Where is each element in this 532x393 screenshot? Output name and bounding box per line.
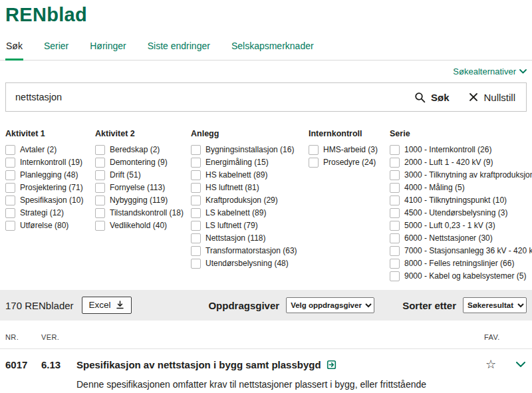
filter-checkbox-item[interactable]: Beredskap (2) xyxy=(95,145,191,155)
tab-selskapsmerknader[interactable]: Selskapsmerknader xyxy=(231,37,315,61)
checkbox-icon[interactable] xyxy=(191,158,201,168)
filter-checkbox-item[interactable]: Energimåling (15) xyxy=(191,158,309,168)
checkbox-icon[interactable] xyxy=(390,233,400,243)
filter-checkbox-item[interactable]: Tilstandskontroll (18) xyxy=(95,208,191,218)
checkbox-icon[interactable] xyxy=(390,196,400,205)
filter-checkbox-item[interactable]: 8000 - Felles retningslinjer (66) xyxy=(390,259,527,269)
filter-checkbox-item[interactable]: HMS-arbeid (3) xyxy=(309,145,390,155)
filter-checkbox-item[interactable]: 6000 - Nettstasjoner (30) xyxy=(390,233,527,243)
app-logo[interactable]: RENblad xyxy=(0,0,92,33)
filter-checkbox-item[interactable]: 9000 - Kabel og kabelsystemer (5) xyxy=(390,271,527,281)
checkbox-icon[interactable] xyxy=(309,158,319,168)
tab-sok[interactable]: Søk xyxy=(5,37,23,61)
filter-checkbox-item[interactable]: Planlegging (48) xyxy=(5,170,95,180)
checkbox-icon[interactable] xyxy=(95,183,105,193)
checkbox-icon[interactable] xyxy=(191,246,201,256)
checkbox-icon[interactable] xyxy=(390,145,400,155)
checkbox-icon[interactable] xyxy=(191,183,201,193)
filter-checkbox-item[interactable]: Strategi (12) xyxy=(5,208,95,218)
reset-button[interactable]: Nullstill xyxy=(469,92,515,103)
filter-checkbox-item[interactable]: Utførelse (80) xyxy=(5,221,95,231)
checkbox-icon[interactable] xyxy=(191,170,201,180)
filter-checkbox-item[interactable]: 4100 - Tilknytningspunkt (10) xyxy=(390,196,527,205)
filter-checkbox-item[interactable]: Bygningsinstallasjon (16) xyxy=(191,145,309,155)
filter-label: Vedlikehold (40) xyxy=(110,221,167,231)
checkbox-icon[interactable] xyxy=(95,145,105,155)
filter-checkbox-item[interactable]: Internkontroll (19) xyxy=(5,158,95,168)
checkbox-icon[interactable] xyxy=(390,183,400,193)
filter-checkbox-item[interactable]: Prosedyre (24) xyxy=(309,158,390,168)
filter-checkbox-item[interactable]: 1000 - Internkontroll (26) xyxy=(390,145,527,155)
filter-label: Transformatorstasjon (63) xyxy=(205,246,297,256)
filter-checkbox-item[interactable]: 4000 - Måling (5) xyxy=(390,183,527,193)
filter-checkbox-item[interactable]: Kraftproduksjon (29) xyxy=(191,196,309,205)
tab-serier[interactable]: Serier xyxy=(43,37,69,61)
filter-label: 1000 - Internkontroll (26) xyxy=(404,145,491,155)
excel-export-button[interactable]: Excel xyxy=(82,297,132,314)
checkbox-icon[interactable] xyxy=(5,208,15,218)
checkbox-icon[interactable] xyxy=(95,196,105,205)
checkbox-icon[interactable] xyxy=(390,271,400,281)
filter-checkbox-item[interactable]: LS kabelnett (89) xyxy=(191,208,309,218)
search-options-toggle[interactable]: Søkealternativer xyxy=(453,66,527,76)
checkbox-icon[interactable] xyxy=(191,208,201,218)
oppdragsgiver-select[interactable]: Velg oppdragsgiver xyxy=(286,297,374,313)
filter-checkbox-item[interactable]: Demontering (9) xyxy=(95,158,191,168)
checkbox-icon[interactable] xyxy=(390,259,400,269)
filter-checkbox-item[interactable]: 2000 - Luft 1 - 420 kV (9) xyxy=(390,158,527,168)
checkbox-icon[interactable] xyxy=(191,196,201,205)
checkbox-icon[interactable] xyxy=(191,221,201,231)
filter-checkbox-item[interactable]: LS luftnett (79) xyxy=(191,221,309,231)
checkbox-icon[interactable] xyxy=(390,246,400,256)
checkbox-icon[interactable] xyxy=(191,233,201,243)
filter-checkbox-item[interactable]: 5000 - Luft 0,23 - 1 kV (3) xyxy=(390,221,527,231)
search-input[interactable] xyxy=(6,83,414,111)
filter-checkbox-item[interactable]: Avtaler (2) xyxy=(5,145,95,155)
filter-checkbox-item[interactable]: Fornyelse (113) xyxy=(95,183,191,193)
checkbox-icon[interactable] xyxy=(95,158,105,168)
filter-list: HMS-arbeid (3) Prosedyre (24) xyxy=(309,145,390,168)
search-button[interactable]: Søk xyxy=(414,92,450,103)
filter-checkbox-item[interactable]: Nybygging (119) xyxy=(95,196,191,205)
filter-checkbox-item[interactable]: 7000 - Stasjonsanlegg 36 kV - 420 kV (6) xyxy=(390,246,527,256)
filter-checkbox-item[interactable]: Utendørsbelysning (48) xyxy=(191,259,309,269)
chevron-down-icon xyxy=(519,69,527,74)
checkbox-icon[interactable] xyxy=(95,221,105,231)
filter-checkbox-item[interactable]: Drift (51) xyxy=(95,170,191,180)
search-button-label: Søk xyxy=(431,92,450,103)
checkbox-icon[interactable] xyxy=(5,170,15,180)
checkbox-icon[interactable] xyxy=(390,221,400,231)
filter-checkbox-item[interactable]: Transformatorstasjon (63) xyxy=(191,246,309,256)
checkbox-icon[interactable] xyxy=(191,259,201,269)
checkbox-icon[interactable] xyxy=(95,208,105,218)
excel-button-label: Excel xyxy=(89,300,111,310)
checkbox-icon[interactable] xyxy=(390,170,400,180)
filter-checkbox-item[interactable]: HS luftnett (81) xyxy=(191,183,309,193)
filter-checkbox-item[interactable]: 4500 - Utendørsbelysning (3) xyxy=(390,208,527,218)
checkbox-icon[interactable] xyxy=(5,145,15,155)
expand-chevron-icon[interactable] xyxy=(515,359,527,370)
checkbox-icon[interactable] xyxy=(5,196,15,205)
checkbox-icon[interactable] xyxy=(95,170,105,180)
checkbox-icon[interactable] xyxy=(5,221,15,231)
favorite-star-icon[interactable]: ☆ xyxy=(485,358,496,370)
checkbox-icon[interactable] xyxy=(5,183,15,193)
row-title-link[interactable]: Spesifikasjon av nettstasjon i bygg samt… xyxy=(76,358,336,371)
header-fav: FAV. xyxy=(484,333,527,341)
checkbox-icon[interactable] xyxy=(191,145,201,155)
filter-checkbox-item[interactable]: Vedlikehold (40) xyxy=(95,221,191,231)
filter-checkbox-item[interactable]: Nettstasjon (118) xyxy=(191,233,309,243)
filter-group-serie: Serie 1000 - Internkontroll (26) 2000 - … xyxy=(390,129,527,284)
tab-horinger[interactable]: Høringer xyxy=(89,37,126,61)
checkbox-icon[interactable] xyxy=(309,145,319,155)
filter-checkbox-item[interactable]: HS kabelnett (89) xyxy=(191,170,309,180)
filter-checkbox-item[interactable]: Prosjektering (71) xyxy=(5,183,95,193)
filter-checkbox-item[interactable]: 3000 - Tilknytning av kraftproduksjon (7… xyxy=(390,170,527,180)
checkbox-icon[interactable] xyxy=(390,158,400,168)
sort-select[interactable]: Søkeresultat xyxy=(463,297,527,313)
tab-siste-endringer[interactable]: Siste endringer xyxy=(147,37,211,61)
filter-label: Demontering (9) xyxy=(110,158,168,168)
checkbox-icon[interactable] xyxy=(5,158,15,168)
checkbox-icon[interactable] xyxy=(390,208,400,218)
filter-checkbox-item[interactable]: Spesifikasjon (10) xyxy=(5,196,95,205)
